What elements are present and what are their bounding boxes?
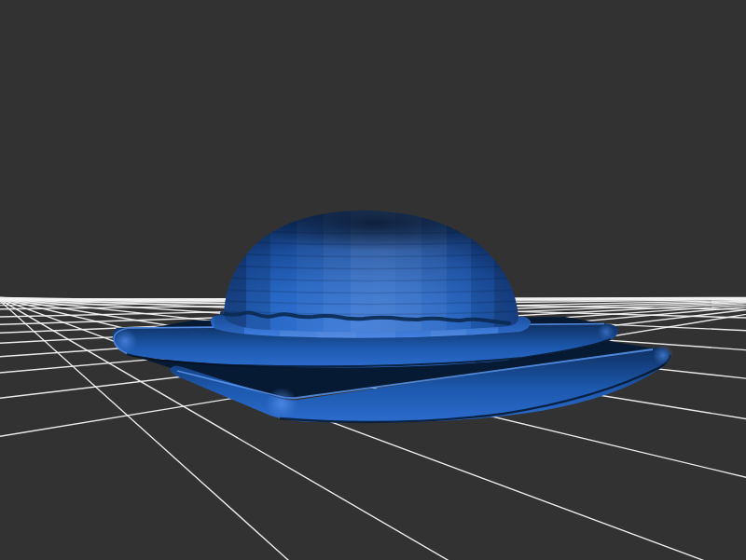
base-plate-lower-corner-highlight bbox=[266, 388, 297, 419]
viewport-3d[interactable] bbox=[0, 0, 746, 560]
scene-canvas[interactable] bbox=[0, 0, 746, 560]
base-plate-upper-left-cap-glow bbox=[113, 329, 137, 353]
base-plate-upper-right-cap-glow bbox=[598, 323, 615, 340]
base-plate-lower-right-cap-highlight bbox=[653, 345, 673, 365]
